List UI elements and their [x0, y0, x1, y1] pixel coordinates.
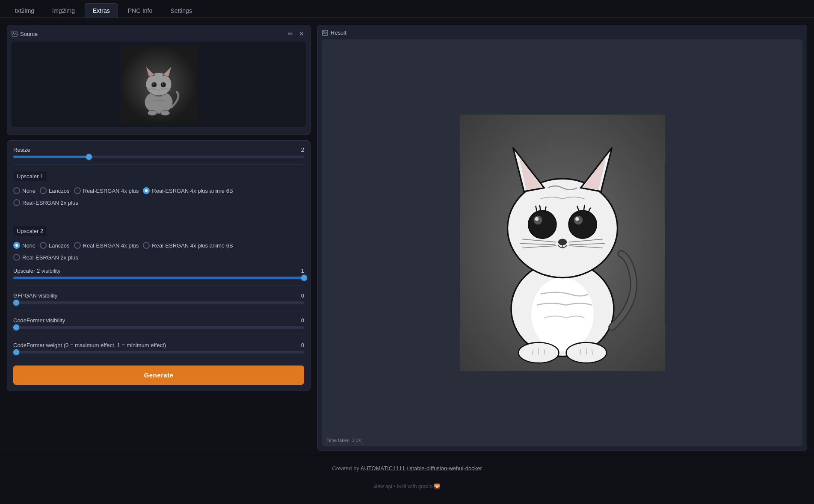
footer-bottom-text: view api • built with gradio 🌄	[374, 483, 441, 489]
upscaler1-label: Upscaler 1	[13, 171, 47, 181]
resize-value: 2	[296, 147, 304, 153]
upscaler2-visibility-fill	[13, 277, 304, 279]
upscaler2-none[interactable]: None	[13, 242, 36, 249]
svg-point-42	[558, 239, 567, 245]
upscaler2-visibility-label: Upscaler 2 visibility	[13, 268, 61, 274]
upscaler1-lanczos-label: Lanczos	[49, 188, 69, 194]
footer: Created by AUTOMATIC1111 / stable-diffus…	[0, 458, 814, 478]
source-image-preview[interactable]	[12, 41, 306, 127]
upscaler1-options-row2: Real-ESRGAN 2x plus	[13, 197, 304, 209]
upscaler2-realesrgan4x[interactable]: Real-ESRGAN 4x plus	[74, 242, 139, 249]
right-panel: Result	[317, 25, 807, 451]
upscaler1-realesrgan2x[interactable]: Real-ESRGAN 2x plus	[13, 199, 78, 206]
svg-point-19	[160, 110, 170, 115]
upscaler2-realesrgan4xanime[interactable]: Real-ESRGAN 4x plus anime 6B	[143, 242, 233, 249]
upscaler2-realesrgan2x[interactable]: Real-ESRGAN 2x plus	[13, 254, 78, 261]
svg-point-10	[161, 82, 166, 87]
tab-extras[interactable]: Extras	[85, 3, 118, 18]
codeformer-weight-slider[interactable]	[13, 351, 304, 354]
svg-point-11	[153, 83, 154, 85]
upscaler2-section: Upscaler 2 None Lanczos Real-ESRGAN 4	[13, 226, 304, 286]
upscaler1-realesrgan4x-radio	[74, 187, 81, 194]
gfpgan-section: GFPGAN visibility 0	[13, 292, 304, 310]
upscaler1-options: None Lanczos Real-ESRGAN 4x plus Re	[13, 185, 304, 197]
upscaler1-lanczos[interactable]: Lanczos	[40, 187, 69, 194]
left-panel: Source ✏ ✕	[7, 25, 311, 451]
main-content: Source ✏ ✕	[0, 18, 814, 458]
upscaler1-realesrgan2x-label: Real-ESRGAN 2x plus	[22, 200, 78, 206]
upscaler2-realesrgan4x-label: Real-ESRGAN 4x plus	[83, 242, 139, 249]
svg-point-12	[162, 83, 163, 85]
codeformer-visibility-label: CodeFormer visibility	[13, 317, 65, 324]
upscaler1-group: Upscaler 1 None Lanczos Real-ESRGAN 4	[13, 171, 304, 209]
tab-img2img[interactable]: img2img	[44, 3, 83, 18]
source-cat-image	[120, 46, 197, 123]
source-card: Source ✏ ✕	[7, 25, 311, 135]
gfpgan-fill	[13, 301, 16, 304]
source-card-header: Source ✏ ✕	[12, 29, 306, 38]
svg-point-18	[148, 110, 157, 115]
upscaler1-realesrgan4xanime-label: Real-ESRGAN 4x plus anime 6B	[152, 188, 233, 194]
codeformer-weight-section: CodeFormer weight (0 = maximum effect, 1…	[13, 342, 304, 360]
svg-line-40	[539, 206, 540, 211]
upscaler2-visibility-slider[interactable]	[13, 277, 304, 279]
upscaler1-realesrgan4xanime[interactable]: Real-ESRGAN 4x plus anime 6B	[143, 187, 233, 194]
upscaler1-realesrgan4x[interactable]: Real-ESRGAN 4x plus	[74, 187, 139, 194]
codeformer-weight-value: 0	[296, 342, 304, 348]
gfpgan-label-row: GFPGAN visibility 0	[13, 292, 304, 299]
upscaler2-options-row2: Real-ESRGAN 2x plus	[13, 251, 304, 263]
top-navigation: txt2img img2img Extras PNG Info Settings	[0, 0, 814, 18]
svg-point-30	[528, 211, 556, 239]
upscaler1-realesrgan2x-radio	[13, 199, 20, 206]
svg-point-25	[507, 179, 617, 277]
codeformer-visibility-value: 0	[296, 317, 304, 324]
result-label: Result	[331, 29, 346, 36]
codeformer-weight-thumb	[13, 349, 19, 355]
generate-button[interactable]: Generate	[13, 365, 304, 385]
result-image-area: Time taken: 2.3s	[322, 39, 802, 446]
svg-point-9	[151, 82, 157, 87]
tab-pnginfo[interactable]: PNG Info	[120, 3, 161, 18]
upscaler1-none-label: None	[22, 188, 36, 194]
codeformer-visibility-thumb	[13, 324, 19, 330]
svg-point-31	[568, 211, 596, 239]
upscaler1-none[interactable]: None	[13, 187, 36, 194]
upscaler2-none-label: None	[22, 242, 36, 249]
gfpgan-slider[interactable]	[13, 301, 304, 304]
upscaler2-visibility-label-row: Upscaler 2 visibility 1	[13, 268, 304, 274]
close-button[interactable]: ✕	[297, 29, 306, 38]
source-card-actions: ✏ ✕	[286, 29, 306, 38]
upscaler1-none-radio	[13, 187, 20, 194]
svg-line-37	[583, 206, 584, 211]
upscaler2-visibility-thumb	[301, 275, 307, 281]
resize-slider[interactable]	[13, 156, 304, 158]
resize-section: Resize 2	[13, 147, 304, 165]
gfpgan-thumb	[13, 300, 19, 306]
upscaler1-realesrgan4x-label: Real-ESRGAN 4x plus	[83, 188, 139, 194]
result-cat-image	[460, 115, 665, 371]
edit-button[interactable]: ✏	[286, 29, 295, 38]
svg-point-35	[575, 217, 579, 221]
upscaler2-options: None Lanczos Real-ESRGAN 4x plus Re	[13, 239, 304, 251]
svg-point-13	[158, 88, 160, 90]
codeformer-visibility-slider[interactable]	[13, 326, 304, 329]
gfpgan-label: GFPGAN visibility	[13, 292, 57, 299]
svg-point-34	[535, 217, 539, 221]
upscaler2-realesrgan2x-radio	[13, 254, 20, 261]
footer-created-by: Created by	[332, 465, 361, 472]
upscaler2-realesrgan2x-label: Real-ESRGAN 2x plus	[22, 254, 78, 261]
resize-fill	[13, 156, 89, 158]
footer-bottom: view api • built with gradio 🌄	[0, 478, 814, 495]
codeformer-visibility-section: CodeFormer visibility 0	[13, 317, 304, 335]
result-header: Result	[322, 29, 802, 36]
time-taken: Time taken: 2.3s	[326, 438, 361, 443]
tab-txt2img[interactable]: txt2img	[7, 3, 42, 18]
codeformer-visibility-fill	[13, 326, 16, 329]
tab-settings[interactable]: Settings	[162, 3, 200, 18]
upscaler2-lanczos[interactable]: Lanczos	[40, 242, 69, 249]
upscaler2-realesrgan4x-radio	[74, 242, 81, 249]
gfpgan-value: 0	[296, 292, 304, 299]
source-label: Source	[20, 31, 38, 37]
footer-link[interactable]: AUTOMATIC1111 / stable-diffusion-webui-d…	[361, 465, 482, 472]
codeformer-visibility-label-row: CodeFormer visibility 0	[13, 317, 304, 324]
